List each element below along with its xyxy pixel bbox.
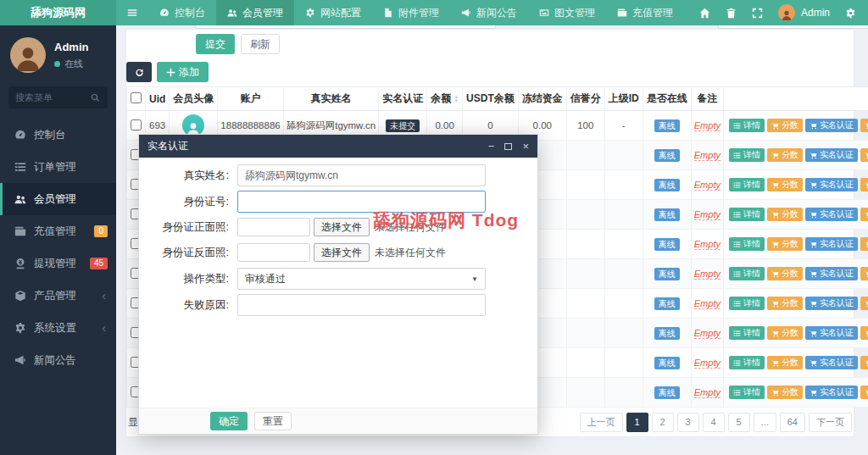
realname-auth-button[interactable]: 实名认证 (805, 267, 858, 280)
remark-value[interactable]: Empty (694, 269, 721, 280)
score-button[interactable]: 分数 (767, 119, 803, 132)
page-button-...[interactable]: ... (754, 413, 776, 432)
page-button-5[interactable]: 5 (728, 413, 750, 432)
remark-value[interactable]: Empty (694, 209, 721, 220)
trash-icon[interactable] (726, 8, 737, 19)
sort-icon[interactable]: ▲▼ (453, 95, 459, 103)
realname-auth-button[interactable]: 实名认证 (805, 237, 858, 251)
freeze-funds-button[interactable]: 冻结资金 (860, 178, 868, 191)
realname-auth-button[interactable]: 实名认证 (805, 119, 858, 132)
sidebar-item-控制台[interactable]: 控制台 (0, 119, 116, 151)
submit-button[interactable]: 提交 (196, 34, 235, 54)
remark-value[interactable]: Empty (694, 120, 721, 131)
detail-button[interactable]: 详情 (729, 148, 765, 162)
sidebar-toggle-button[interactable] (116, 0, 148, 25)
remark-value[interactable]: Empty (694, 387, 721, 398)
id-front-choose-file-button[interactable]: 选择文件 (314, 218, 370, 236)
profile-avatar[interactable] (10, 37, 46, 73)
row-checkbox[interactable] (131, 119, 142, 130)
freeze-funds-button[interactable]: 冻结资金 (860, 326, 868, 340)
score-button[interactable]: 分数 (767, 386, 803, 399)
add-button[interactable]: 添加 (157, 62, 209, 82)
select-all-checkbox[interactable] (131, 92, 142, 103)
page-button-下一页[interactable]: 下一页 (809, 413, 852, 432)
score-button[interactable]: 分数 (767, 297, 803, 310)
sidebar-item-充值管理[interactable]: 充值管理0 (0, 215, 116, 247)
maximize-icon[interactable] (504, 143, 512, 150)
remark-value[interactable]: Empty (694, 150, 721, 161)
remark-value[interactable]: Empty (694, 298, 721, 309)
detail-button[interactable]: 详情 (729, 356, 765, 369)
page-button-2[interactable]: 2 (652, 413, 674, 432)
sidebar-item-系统设置[interactable]: 系统设置‹ (0, 312, 116, 344)
confirm-button[interactable]: 确定 (210, 412, 248, 430)
nav-item-充值管理[interactable]: 充值管理 (606, 0, 684, 25)
reset-button[interactable]: 重置 (254, 412, 292, 430)
score-button[interactable]: 分数 (767, 178, 803, 191)
freeze-funds-button[interactable]: 冻结资金 (860, 386, 868, 399)
sidebar-item-会员管理[interactable]: 会员管理 (0, 183, 116, 215)
menu-search-input[interactable] (8, 92, 91, 103)
nav-item-图文管理[interactable]: 图文管理 (528, 0, 606, 25)
minimize-icon[interactable]: − (488, 141, 495, 152)
score-button[interactable]: 分数 (767, 237, 803, 251)
fullscreen-icon[interactable] (752, 8, 763, 19)
gear-icon[interactable] (845, 8, 856, 19)
freeze-funds-button[interactable]: 冻结资金 (860, 356, 868, 369)
nav-item-会员管理[interactable]: 会员管理 (216, 0, 294, 25)
detail-button[interactable]: 详情 (729, 386, 765, 399)
detail-button[interactable]: 详情 (729, 208, 765, 221)
detail-button[interactable]: 详情 (729, 326, 765, 340)
realname-auth-button[interactable]: 实名认证 (805, 178, 858, 191)
id-back-choose-file-button[interactable]: 选择文件 (314, 243, 370, 262)
page-button-1[interactable]: 1 (626, 413, 648, 432)
brand-logo[interactable]: 舔狗源码网 (0, 0, 116, 25)
refresh-button[interactable]: 刷新 (241, 34, 280, 54)
remark-value[interactable]: Empty (694, 239, 721, 250)
page-button-4[interactable]: 4 (703, 413, 725, 432)
freeze-funds-button[interactable]: 冻结资金 (860, 297, 868, 310)
score-button[interactable]: 分数 (767, 267, 803, 280)
sidebar-item-产品管理[interactable]: 产品管理‹ (0, 280, 116, 312)
freeze-funds-button[interactable]: 冻结资金 (860, 119, 868, 132)
detail-button[interactable]: 详情 (729, 178, 765, 191)
detail-button[interactable]: 详情 (729, 237, 765, 251)
sidebar-item-提现管理[interactable]: 提现管理45 (0, 247, 116, 280)
page-button-3[interactable]: 3 (677, 413, 699, 432)
id-front-file-input[interactable] (237, 218, 310, 236)
realname-auth-button[interactable]: 实名认证 (805, 148, 858, 162)
freeze-funds-button[interactable]: 冻结资金 (860, 267, 868, 280)
realname-auth-button[interactable]: 实名认证 (805, 208, 858, 221)
freeze-funds-button[interactable]: 冻结资金 (860, 148, 868, 162)
nav-item-控制台[interactable]: 控制台 (148, 0, 216, 25)
freeze-funds-button[interactable]: 冻结资金 (860, 208, 868, 221)
detail-button[interactable]: 详情 (729, 297, 765, 310)
score-button[interactable]: 分数 (767, 148, 803, 162)
nav-item-新闻公告[interactable]: 新闻公告 (450, 0, 528, 25)
score-button[interactable]: 分数 (767, 356, 803, 369)
column-header-checkbox[interactable] (127, 87, 146, 111)
sidebar-item-订单管理[interactable]: 订单管理 (0, 151, 116, 183)
remark-value[interactable]: Empty (694, 328, 721, 339)
detail-button[interactable]: 详情 (729, 267, 765, 280)
sidebar-item-新闻公告[interactable]: 新闻公告 (0, 344, 116, 376)
realname-auth-button[interactable]: 实名认证 (805, 297, 858, 310)
realname-input[interactable] (237, 164, 486, 186)
home-icon[interactable] (699, 8, 710, 19)
nav-item-网站配置[interactable]: 网站配置 (294, 0, 372, 25)
modal-header[interactable]: 实名认证 − × (139, 135, 537, 158)
close-icon[interactable]: × (522, 141, 529, 152)
user-menu[interactable]: Admin (778, 4, 830, 21)
fail-reason-input[interactable] (237, 294, 486, 316)
page-button-上一页[interactable]: 上一页 (580, 413, 623, 432)
realname-auth-button[interactable]: 实名认证 (805, 386, 858, 399)
detail-button[interactable]: 详情 (729, 119, 765, 132)
nav-item-附件管理[interactable]: 附件管理 (372, 0, 450, 25)
search-icon[interactable] (91, 93, 100, 103)
realname-auth-button[interactable]: 实名认证 (805, 326, 858, 340)
remark-value[interactable]: Empty (694, 358, 721, 369)
action-type-select[interactable]: 审核通过 ▼ (237, 268, 486, 290)
column-header-余额[interactable]: 余额▲▼ (427, 87, 463, 111)
page-button-64[interactable]: 64 (780, 413, 805, 432)
realname-auth-button[interactable]: 实名认证 (805, 356, 858, 369)
